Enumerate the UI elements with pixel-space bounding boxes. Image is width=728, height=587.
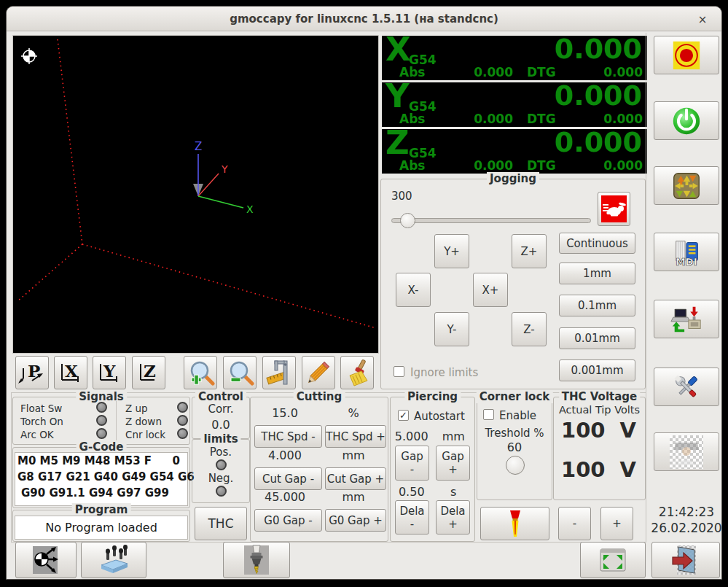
g0-gap-plus-button[interactable]: G0 Gap + bbox=[325, 509, 386, 532]
thc-spd-minus-button[interactable]: THC Spd - bbox=[254, 425, 322, 448]
jog-x-plus-button[interactable]: X+ bbox=[473, 273, 508, 307]
g0-gap-minus-button[interactable]: G0 Gap - bbox=[254, 509, 322, 532]
dro-letter: Y bbox=[385, 78, 410, 114]
increment-0.1mm-button[interactable]: 0.1mm bbox=[559, 295, 635, 316]
jog-y-minus-button[interactable]: Y- bbox=[434, 312, 469, 346]
settings-button[interactable] bbox=[654, 368, 719, 406]
mdi-mode-button[interactable]: MDI bbox=[654, 233, 719, 271]
app-window: gmoccapy for linuxcnc 1.5.11 (на standcn… bbox=[6, 6, 722, 580]
dro-axis-z[interactable]: Z G54 0.000 Abs 0.000 DTG 0.000 bbox=[382, 129, 647, 174]
svg-text:Y: Y bbox=[103, 361, 116, 381]
abs-label: Abs bbox=[399, 158, 425, 173]
cnr-lock-led bbox=[177, 428, 188, 439]
view-z-button[interactable]: Z bbox=[132, 356, 165, 389]
cutting-title: Cutting bbox=[294, 390, 345, 403]
float-sw-led bbox=[96, 402, 107, 413]
threshold-value: 60 bbox=[477, 440, 552, 454]
rabbit-jog-speed-button[interactable] bbox=[598, 192, 630, 226]
pierce-delay-minus-button[interactable]: Dela- bbox=[395, 500, 429, 534]
ignore-limits-checkbox[interactable] bbox=[394, 366, 404, 377]
touch-plate-icon bbox=[97, 544, 130, 576]
jog-z-plus-button[interactable]: Z+ bbox=[512, 234, 547, 268]
float-sw-label: Float Sw bbox=[20, 403, 62, 414]
pierce-gap-minus-button[interactable]: Gap- bbox=[395, 446, 429, 481]
machine-on-icon bbox=[670, 104, 703, 138]
clock-time: 21:42:23 bbox=[651, 504, 722, 520]
jog-y-plus-button[interactable]: Y+ bbox=[434, 234, 469, 268]
abs-value: 0.000 bbox=[455, 65, 513, 79]
cut-gap-minus-button[interactable]: Cut Gap - bbox=[254, 467, 322, 490]
pencil-button[interactable] bbox=[302, 356, 335, 389]
pierce-delay-plus-button[interactable]: Dela+ bbox=[436, 500, 470, 534]
exit-button[interactable] bbox=[651, 542, 720, 578]
jogging-title: Jogging bbox=[487, 172, 539, 185]
gremlin-preview[interactable]: Z Y X bbox=[12, 35, 379, 354]
corner-lock-panel: Corner lock Enable Treshold % 60 bbox=[477, 397, 552, 500]
touch-plate-button[interactable] bbox=[81, 542, 146, 578]
dro-letter: X bbox=[385, 31, 411, 68]
dimensions-button[interactable] bbox=[262, 356, 296, 389]
touch-off-button[interactable] bbox=[15, 542, 77, 578]
gcode-line2: G8 G17 G21 G40 G49 G54 G6 bbox=[15, 469, 187, 485]
dro-axis-y[interactable]: Y G54 0.000 Abs 0.000 DTG 0.000 bbox=[382, 82, 647, 127]
auto-mode-button[interactable] bbox=[654, 300, 719, 338]
jog-x-minus-button[interactable]: X- bbox=[396, 273, 431, 307]
thc-voltage-minus-button[interactable]: - bbox=[558, 507, 591, 540]
program-title: Program bbox=[72, 503, 131, 516]
autostart-checkbox[interactable]: ✓ bbox=[398, 410, 409, 421]
thc-spd-plus-button[interactable]: THC Spd + bbox=[325, 425, 386, 448]
cut-gap-plus-button[interactable]: Cut Gap + bbox=[325, 467, 386, 490]
dro-letter: Z bbox=[385, 125, 410, 161]
signals-panel: Signals Float Sw Torch On Arc OK Z up Z … bbox=[12, 397, 190, 445]
thc-speed-unit: % bbox=[319, 406, 388, 420]
svg-text:Z: Z bbox=[144, 361, 156, 381]
dtg-value: 0.000 bbox=[603, 158, 643, 173]
corner-lock-enable-label: Enable bbox=[499, 409, 536, 422]
view-z-icon: Z bbox=[134, 358, 163, 387]
autostart-label: Autostart bbox=[414, 410, 465, 423]
view-x-button[interactable]: X bbox=[54, 356, 87, 389]
pos-label: Pos. bbox=[192, 446, 249, 459]
zoom-in-icon bbox=[186, 358, 215, 387]
torch-button[interactable] bbox=[480, 507, 549, 540]
machine-on-button[interactable] bbox=[654, 101, 719, 140]
clear-view-button[interactable] bbox=[340, 356, 374, 389]
view-y-button[interactable]: Y bbox=[93, 356, 126, 389]
emergency-stop-button[interactable] bbox=[654, 36, 719, 74]
fullscreen-button[interactable] bbox=[580, 542, 646, 578]
dtg-label: DTG bbox=[527, 158, 556, 173]
signals-divider bbox=[116, 401, 117, 440]
dro-axis-x[interactable]: X G54 0.000 Abs 0.000 DTG 0.000 bbox=[382, 36, 647, 80]
pierce-gap-plus-button[interactable]: Gap+ bbox=[436, 446, 470, 481]
thc-button[interactable]: THC bbox=[195, 507, 247, 540]
origin-marker-icon bbox=[21, 48, 37, 64]
increment-0.001mm-button[interactable]: 0.001mm bbox=[559, 359, 635, 381]
increment-continuous-button[interactable]: Continuous bbox=[559, 233, 635, 254]
jog-speed-slider-handle[interactable] bbox=[400, 213, 415, 228]
thc-voltage-plus-button[interactable]: + bbox=[600, 507, 633, 540]
corner-lock-enable-checkbox[interactable] bbox=[483, 409, 494, 420]
corr-value: 0.0 bbox=[192, 418, 249, 432]
dtg-value: 0.000 bbox=[603, 65, 643, 79]
jog-speed-slider[interactable] bbox=[391, 218, 591, 223]
increment-0.01mm-button[interactable]: 0.01mm bbox=[559, 327, 635, 349]
arc-ok-label: Arc OK bbox=[20, 429, 54, 440]
titlebar: gmoccapy for linuxcnc 1.5.11 (на standcn… bbox=[7, 7, 721, 31]
exit-icon bbox=[670, 544, 702, 576]
gcode-line1-left: M0 M5 M9 M48 M53 F bbox=[17, 453, 152, 469]
view-perspective-button[interactable]: P bbox=[15, 356, 49, 389]
manual-mode-button[interactable] bbox=[654, 166, 719, 205]
threshold-knob[interactable] bbox=[506, 456, 525, 475]
torch-icon bbox=[504, 510, 526, 537]
pierce-gap-value: 5.000 bbox=[391, 429, 433, 443]
clock-display: 21:42:23 26.02.2020 bbox=[651, 504, 722, 536]
increment-1mm-button[interactable]: 1mm bbox=[559, 263, 635, 284]
user-tab-button[interactable] bbox=[654, 432, 719, 471]
close-button[interactable]: × bbox=[695, 12, 710, 27]
zoom-in-button[interactable] bbox=[184, 356, 217, 389]
tool-change-button[interactable] bbox=[223, 542, 290, 578]
axis-x-label: X bbox=[246, 203, 254, 215]
zoom-out-button[interactable] bbox=[223, 356, 257, 389]
jog-z-minus-button[interactable]: Z- bbox=[512, 312, 547, 346]
cutting-panel: Cutting 15.0% THC Spd - THC Spd + 4.000m… bbox=[250, 397, 388, 542]
